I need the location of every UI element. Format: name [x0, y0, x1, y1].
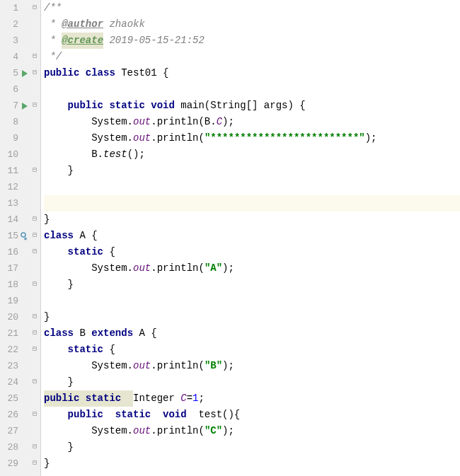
- gutter-row[interactable]: 21⊟: [0, 325, 40, 342]
- gutter-row[interactable]: 2: [0, 16, 40, 33]
- gutter-row[interactable]: 7⊟: [0, 98, 40, 114]
- line-number: 9: [0, 131, 20, 146]
- code-line[interactable]: }: [44, 374, 460, 390]
- gutter-row[interactable]: 9: [0, 130, 40, 146]
- gutter-row[interactable]: 8: [0, 114, 40, 130]
- code-token: @author: [62, 16, 103, 33]
- code-line[interactable]: class A {: [44, 228, 460, 244]
- code-line[interactable]: static {: [44, 244, 460, 260]
- fold-toggle[interactable]: ⊟: [30, 311, 40, 323]
- gutter-row[interactable]: 20⊟: [0, 309, 40, 325]
- code-line[interactable]: System.out.println(B.C);: [44, 114, 460, 130]
- code-line[interactable]: }: [44, 309, 460, 325]
- fold-toggle[interactable]: ⊟: [30, 441, 40, 453]
- code-token: 1: [192, 390, 198, 407]
- fold-toggle[interactable]: ⊟: [30, 230, 40, 242]
- gutter-row[interactable]: 16⊟: [0, 244, 40, 260]
- gutter-row[interactable]: 1⊟: [0, 0, 40, 16]
- gutter-row[interactable]: 13: [0, 195, 40, 211]
- code-line[interactable]: public static Integer C=1;: [44, 390, 460, 407]
- gutter-row[interactable]: 14⊟: [0, 211, 40, 228]
- line-number: 21: [0, 326, 20, 341]
- code-line[interactable]: System.out.println("B");: [44, 358, 460, 374]
- code-line[interactable]: System.out.println("********************…: [44, 130, 460, 146]
- code-token: extends: [91, 325, 139, 342]
- gutter-row[interactable]: 29⊟: [0, 455, 40, 472]
- gutter-row[interactable]: 26⊟: [0, 407, 40, 423]
- fold-toggle[interactable]: ⊟: [30, 458, 40, 470]
- fold-toggle[interactable]: ⊟: [30, 214, 40, 226]
- code-token: *: [44, 33, 62, 49]
- fold-toggle[interactable]: ⊟: [30, 67, 40, 79]
- gutter-row[interactable]: 6: [0, 81, 40, 98]
- code-line[interactable]: }: [44, 277, 460, 293]
- fold-toggle[interactable]: ⊟: [30, 2, 40, 14]
- code-line[interactable]: }: [44, 163, 460, 179]
- fold-toggle[interactable]: ⊟: [30, 409, 40, 421]
- code-line[interactable]: /**: [44, 0, 460, 16]
- code-line[interactable]: * @create 2019-05-15-21:52: [44, 33, 460, 49]
- code-token: zhaokk: [103, 16, 145, 33]
- gutter-row[interactable]: 27: [0, 423, 40, 439]
- gutter-row[interactable]: 4⊟: [0, 49, 40, 65]
- code-token: .println(B.: [151, 114, 216, 130]
- line-number: 25: [0, 391, 20, 406]
- gutter-row[interactable]: 12: [0, 179, 40, 195]
- line-number: 17: [0, 261, 20, 276]
- gutter-row[interactable]: 10: [0, 146, 40, 163]
- code-line[interactable]: System.out.println("C");: [44, 423, 460, 439]
- code-line[interactable]: public static void main(String[] args) {: [44, 98, 460, 114]
- code-token: System.: [44, 130, 133, 146]
- gutter-row[interactable]: 24⊟: [0, 374, 40, 390]
- line-number: 15: [0, 228, 20, 243]
- gutter-row[interactable]: 28⊟: [0, 439, 40, 455]
- code-token: .println(: [151, 130, 205, 146]
- code-token: [44, 342, 68, 358]
- gutter: 1⊟234⊟5⊟67⊟891011⊟121314⊟15⊟16⊟1718⊟1920…: [0, 0, 41, 476]
- fold-toggle[interactable]: ⊟: [30, 246, 40, 258]
- code-token: ();: [127, 146, 145, 163]
- code-line[interactable]: }: [44, 439, 460, 455]
- run-icon[interactable]: [20, 70, 30, 77]
- code-line[interactable]: }: [44, 211, 460, 228]
- gutter-row[interactable]: 5⊟: [0, 65, 40, 81]
- code-token: =: [187, 390, 192, 407]
- fold-toggle[interactable]: ⊟: [30, 344, 40, 356]
- gutter-row[interactable]: 15⊟: [0, 228, 40, 244]
- run-icon[interactable]: [20, 103, 30, 110]
- line-number: 16: [0, 245, 20, 260]
- gutter-row[interactable]: 19: [0, 293, 40, 309]
- code-editor[interactable]: /** * @author zhaokk * @create 2019-05-1…: [41, 0, 460, 476]
- line-number: 23: [0, 359, 20, 373]
- code-line[interactable]: }: [44, 455, 460, 472]
- gutter-row[interactable]: 22⊟: [0, 342, 40, 358]
- code-line[interactable]: public class Test01 {: [44, 65, 460, 81]
- fold-toggle[interactable]: ⊟: [30, 327, 40, 339]
- gutter-row[interactable]: 17: [0, 260, 40, 277]
- code-line[interactable]: class B extends A {: [44, 325, 460, 342]
- code-line[interactable]: [44, 179, 460, 195]
- code-line[interactable]: public static void test(){: [44, 407, 460, 423]
- code-line[interactable]: * @author zhaokk: [44, 16, 460, 33]
- code-line[interactable]: [44, 293, 460, 309]
- gutter-row[interactable]: 23: [0, 358, 40, 374]
- code-token: System.: [44, 358, 133, 374]
- implements-icon[interactable]: [20, 232, 30, 240]
- code-line[interactable]: [44, 81, 460, 98]
- code-line[interactable]: */: [44, 49, 460, 65]
- code-line[interactable]: B.test();: [44, 146, 460, 163]
- gutter-row[interactable]: 18⊟: [0, 277, 40, 293]
- code-token: */: [44, 49, 62, 65]
- fold-toggle[interactable]: ⊟: [30, 165, 40, 177]
- code-line[interactable]: static {: [44, 342, 460, 358]
- code-line[interactable]: [44, 195, 460, 211]
- fold-toggle[interactable]: ⊟: [30, 376, 40, 388]
- fold-toggle[interactable]: ⊟: [30, 100, 40, 112]
- code-line[interactable]: System.out.println("A");: [44, 260, 460, 277]
- gutter-row[interactable]: 25: [0, 390, 40, 407]
- gutter-row[interactable]: 11⊟: [0, 163, 40, 179]
- fold-toggle[interactable]: ⊟: [30, 51, 40, 63]
- line-number: 7: [0, 98, 20, 113]
- gutter-row[interactable]: 3: [0, 33, 40, 49]
- fold-toggle[interactable]: ⊟: [30, 279, 40, 291]
